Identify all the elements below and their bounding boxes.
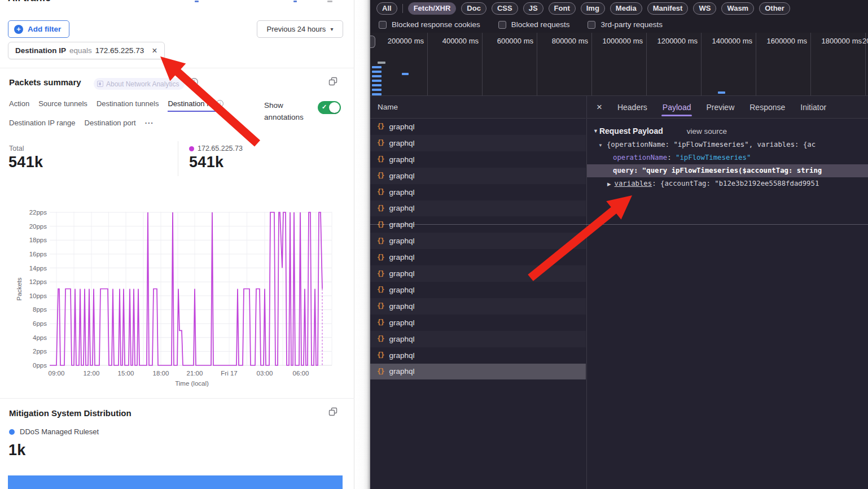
resource-filter-ws[interactable]: WS: [693, 2, 716, 15]
toggle-knob: [329, 102, 340, 113]
request-name: graphql: [389, 237, 414, 245]
request-row[interactable]: {}graphql: [370, 298, 586, 315]
checkbox-blocked-response-cookies[interactable]: Blocked response cookies: [379, 20, 480, 29]
resource-filter-js[interactable]: JS: [523, 2, 543, 15]
request-row[interactable]: {}graphql: [370, 331, 586, 347]
request-name: graphql: [389, 139, 414, 147]
resource-filter-all[interactable]: All: [376, 2, 397, 15]
request-row[interactable]: {}graphql: [370, 151, 586, 168]
timeline-tick-label: 200000 ms: [370, 37, 424, 45]
request-row[interactable]: {}graphql: [370, 347, 586, 364]
request-row[interactable]: {}graphql: [370, 168, 586, 184]
tab-destination-port[interactable]: Destination port: [85, 119, 136, 131]
svg-text:18:00: 18:00: [153, 370, 169, 377]
request-detail-panel: × HeadersPayloadPreviewResponseInitiator…: [586, 96, 868, 489]
payload-row-query[interactable]: query: "query ipFlowTimeseries($accountT…: [587, 164, 868, 177]
expand-card-icon[interactable]: [328, 407, 337, 416]
request-row[interactable]: {}graphql: [370, 282, 586, 298]
resource-filter-img[interactable]: Img: [581, 2, 605, 15]
checkbox-3rd-party-requests[interactable]: 3rd-party requests: [588, 20, 663, 29]
request-row[interactable]: {}graphql: [370, 119, 586, 135]
svg-text:03:00: 03:00: [257, 370, 273, 377]
timeseries-line: [50, 212, 322, 365]
add-filter-button[interactable]: + Add filter: [8, 20, 69, 38]
request-row[interactable]: {}graphql: [370, 200, 586, 217]
packets-timeseries-chart[interactable]: 0pps2pps4pps6pps8pps10pps12pps14pps16pps…: [0, 199, 354, 391]
resource-filter-font[interactable]: Font: [549, 2, 576, 15]
tab-label: Source tunnels: [38, 99, 87, 108]
resource-filter-css[interactable]: CSS: [492, 2, 518, 15]
remove-filter-icon[interactable]: ×: [152, 46, 157, 55]
network-overview-timeline[interactable]: 200000 ms400000 ms600000 ms800000 ms1000…: [370, 33, 868, 96]
show-annotations-toggle[interactable]: ✓: [318, 101, 341, 114]
detail-tab-preview[interactable]: Preview: [706, 96, 734, 119]
tab-[interactable]: ···: [145, 119, 154, 131]
request-row[interactable]: {}graphql: [370, 233, 586, 249]
about-network-analytics-badge[interactable]: About Network Analytics: [94, 78, 185, 90]
triangle-down-icon: ▼: [593, 128, 598, 134]
request-name: graphql: [389, 318, 414, 327]
svg-text:4pps: 4pps: [33, 334, 47, 341]
json-braces-icon: {}: [377, 139, 384, 147]
detail-tab-payload[interactable]: Payload: [663, 96, 691, 119]
svg-text:2pps: 2pps: [33, 348, 47, 355]
json-braces-icon: {}: [377, 351, 384, 359]
payload-separator: :: [652, 180, 660, 187]
request-mark: [372, 66, 382, 68]
ip-stat-label: 172.65.225.73: [198, 145, 243, 152]
request-name: graphql: [389, 172, 414, 180]
view-source-link[interactable]: view source: [687, 127, 727, 136]
resource-filter-wasm[interactable]: Wasm: [721, 2, 754, 15]
expand-card-icon[interactable]: [328, 77, 337, 86]
resource-filter-media[interactable]: Media: [610, 2, 642, 15]
mitigation-legend: DDoS Managed Ruleset: [9, 427, 99, 436]
payload-row-variables[interactable]: ▶variables: {accountTag: "b12e3b2192ee55…: [587, 177, 868, 190]
tab-label: Destination IP: [168, 99, 213, 108]
request-name: graphql: [389, 367, 414, 376]
request-row[interactable]: {}graphql: [370, 315, 586, 331]
request-row[interactable]: {}graphql: [370, 216, 586, 233]
legend-dot-icon: [9, 429, 15, 435]
checkbox-icon: [588, 21, 595, 29]
payload-row-operationname[interactable]: operationName: "ipFlowTimeseries": [587, 151, 868, 164]
request-name: graphql: [389, 269, 414, 278]
request-filter-checkboxes: Blocked response cookiesBlocked requests…: [370, 16, 868, 33]
resource-filter-other[interactable]: Other: [759, 2, 790, 15]
filter-chip[interactable]: Destination IP equals 172.65.225.73 ×: [8, 42, 165, 59]
tab-source-tunnels[interactable]: Source tunnels: [38, 99, 87, 112]
json-braces-icon: {}: [377, 123, 384, 130]
close-icon[interactable]: ×: [597, 102, 602, 113]
detail-tab-initiator[interactable]: Initiator: [800, 96, 826, 119]
name-column-header[interactable]: Name: [370, 96, 586, 119]
tab-destination-ip[interactable]: Destination IPi: [168, 99, 223, 112]
request-name: graphql: [389, 155, 414, 164]
request-row[interactable]: {}graphql: [370, 265, 586, 282]
request-row[interactable]: {}graphql: [370, 184, 586, 200]
json-braces-icon: {}: [377, 286, 384, 294]
detail-tab-response[interactable]: Response: [749, 96, 785, 119]
tab-label: Destination tunnels: [97, 99, 159, 108]
request-row[interactable]: {}graphql: [370, 135, 586, 151]
tab-destination-tunnels[interactable]: Destination tunnels: [97, 99, 159, 112]
tab-destination-ip-range[interactable]: Destination IP range: [9, 119, 76, 131]
json-braces-icon: {}: [377, 155, 384, 163]
tab-action[interactable]: Action: [9, 99, 29, 112]
request-row[interactable]: {}graphql: [370, 364, 586, 380]
detail-tab-headers[interactable]: Headers: [617, 96, 647, 119]
time-range-dropdown[interactable]: Previous 24 hours ▾: [257, 20, 343, 38]
resource-filter-fetch-xhr[interactable]: Fetch/XHR: [408, 2, 457, 15]
svg-text:16pps: 16pps: [29, 251, 47, 257]
resource-filter-doc[interactable]: Doc: [461, 2, 486, 15]
checkbox-blocked-requests[interactable]: Blocked requests: [498, 20, 570, 29]
payload-summary-line[interactable]: ▼{operationName: "ipFlowTimeseries", var…: [587, 138, 868, 151]
filter-field: Destination IP: [15, 46, 66, 55]
svg-text:Time (local): Time (local): [175, 380, 209, 387]
json-braces-icon: {}: [377, 302, 384, 310]
resource-filter-manifest[interactable]: Manifest: [647, 2, 689, 15]
series-dot-icon: [189, 146, 194, 151]
json-braces-icon: {}: [377, 204, 384, 212]
request-row[interactable]: {}graphql: [370, 249, 586, 265]
request-name: graphql: [389, 220, 414, 229]
filter-operator: equals: [69, 46, 92, 55]
timeline-tick-label: 400000 ms: [422, 37, 479, 45]
